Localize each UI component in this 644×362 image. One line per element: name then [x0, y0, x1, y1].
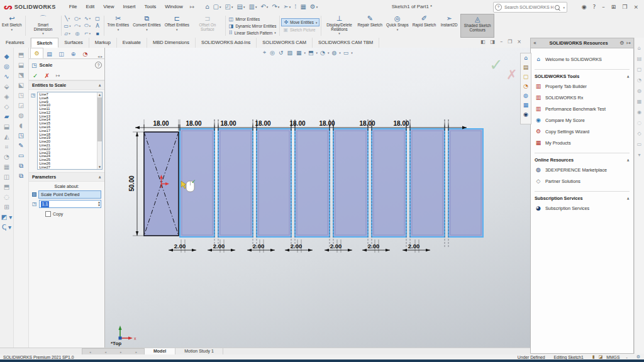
edge-forum-icon[interactable]: ◉ — [637, 107, 641, 118]
home-icon[interactable]: ⌂ — [203, 1, 211, 13]
menu-file[interactable]: File — [65, 0, 82, 14]
freeform-icon[interactable]: ↅ ▾ — [2, 222, 11, 233]
doc-restore-button[interactable]: ❐ — [505, 39, 514, 45]
copy-appearance-icon[interactable]: ⧉ — [19, 161, 23, 171]
compare-my-score-link[interactable]: ◉Compare My Score — [531, 114, 633, 126]
help-icon[interactable]: ? — [590, 4, 599, 10]
dropdown-arrow-icon[interactable]: ▾ — [69, 17, 70, 20]
paste-appearance-icon[interactable]: ⧉ — [19, 171, 23, 181]
traffic-light-icon[interactable]: ⁝ — [292, 1, 298, 13]
tab-nav-arrow-icon[interactable]: ▸ — [135, 350, 137, 354]
pm-pin-icon[interactable]: ↦ — [56, 73, 60, 79]
tab-sketch[interactable]: Sketch — [31, 38, 59, 48]
reference-geometry-icon[interactable]: ◳ — [18, 131, 24, 141]
ruled-surface-icon[interactable]: ⬒ — [4, 182, 9, 192]
dropdown-arrow-icon[interactable]: ▾ — [338, 32, 340, 35]
copy-settings-wizard-link[interactable]: ⚙Copy Settings Wizard — [531, 126, 633, 137]
lofted-boss-icon[interactable]: ⬕ — [18, 80, 24, 90]
dropdown-arrow-icon[interactable]: ▾ — [397, 28, 399, 31]
arc-icon[interactable]: ◠▾ — [73, 22, 82, 30]
subscription-services-link[interactable]: ◕Subscription Services — [531, 202, 633, 214]
boundary-surface-icon[interactable]: ◆ — [4, 52, 9, 62]
pm-ok-button[interactable]: ✓ — [33, 72, 38, 79]
parallelogram-icon[interactable]: ▱▾ — [63, 30, 72, 37]
revolved-cut-icon[interactable]: ◲ — [18, 101, 24, 111]
task-pane-gear-icon[interactable]: ⚙ — [619, 40, 624, 46]
line-icon[interactable]: ╲▾ — [63, 14, 72, 22]
dropdown-arrow-icon[interactable]: ▾ — [231, 1, 233, 13]
surface-flatten-icon[interactable]: ◩ ▾ — [1, 212, 13, 222]
undo-icon[interactable]: ↶▾ — [258, 1, 270, 13]
offset-surface-icon[interactable]: ◫ — [4, 172, 9, 182]
edge-resources-icon[interactable]: ⌂ — [638, 43, 641, 53]
repair-sketch-button[interactable]: ✎Repair Sketch — [355, 14, 384, 38]
doc-close-button[interactable]: × — [514, 39, 524, 45]
forum-icon[interactable]: ◉ — [523, 110, 528, 119]
sketch-canvas[interactable]: 18.0018.0018.0018.0018.0018.0018.0018.00… — [105, 48, 531, 348]
tab-solidworks-add-ins[interactable]: SOLIDWORKS Add-Ins — [196, 38, 257, 48]
dropdown-arrow-icon[interactable]: ▾ — [79, 25, 80, 28]
display-delete-relations-button[interactable]: ⊥Display/Delete Relations▾ — [323, 14, 355, 38]
entities-list-item[interactable]: Line27 — [40, 166, 97, 169]
dropdown-arrow-icon[interactable]: ▾ — [289, 1, 291, 13]
hole-wizard-icon[interactable]: ◍ — [18, 111, 24, 121]
text-icon[interactable]: A — [93, 22, 103, 30]
collapse-caret-icon[interactable]: ∧ — [98, 83, 101, 87]
mirror-entities-button[interactable]: ◫Mirror Entities — [227, 16, 279, 23]
scale-factor-field[interactable]: 1.1 ▲▼ — [39, 200, 101, 208]
scroll-thumb[interactable] — [97, 97, 102, 141]
dropdown-arrow-icon[interactable]: ▾ — [79, 17, 80, 20]
dropdown-arrow-icon[interactable]: ▾ — [69, 32, 70, 35]
circle-icon[interactable]: ○▾ — [73, 14, 82, 22]
dropdown-arrow-icon[interactable]: ▾ — [255, 1, 257, 13]
pm-help-icon[interactable]: ? — [95, 62, 102, 69]
scroll-down-icon[interactable]: ▼ — [97, 165, 102, 169]
file-explorer-icon[interactable]: ▢ — [523, 72, 529, 82]
dock-pane-left-icon[interactable]: ◧ — [478, 39, 488, 45]
perimeter-circle-icon[interactable]: ◎ — [73, 30, 82, 37]
search-icon[interactable] — [555, 5, 560, 10]
scroll-up-icon[interactable]: ▲ — [97, 92, 102, 97]
dropdown-arrow-icon[interactable]: ▾ — [243, 1, 245, 13]
dropdown-arrow-icon[interactable]: ▾ — [69, 25, 70, 28]
dropdown-arrow-icon[interactable]: ▾ — [11, 28, 13, 31]
delete-face-icon[interactable]: ◌ — [4, 192, 9, 202]
thicken-icon[interactable]: ▦ — [4, 162, 9, 172]
new-document-icon[interactable]: ▢▾ — [211, 1, 223, 13]
settings-gear-icon[interactable]: ⚙▾ — [308, 1, 319, 13]
doc-minimize-button[interactable]: – — [497, 39, 505, 45]
pm-tab-scroll-icons[interactable]: ◂ ▸ — [97, 54, 104, 58]
swept-boss-icon[interactable]: ⬔ — [18, 70, 24, 80]
tab-mbd-dimensions[interactable]: MBD Dimensions — [147, 38, 196, 48]
dropdown-arrow-icon[interactable]: ▾ — [89, 32, 91, 35]
edge-tags-icon[interactable]: ◇ — [637, 128, 641, 139]
dropdown-arrow-icon[interactable]: ▾ — [278, 1, 280, 13]
display-settings-icon[interactable]: ▭ — [18, 151, 24, 161]
spline-icon[interactable]: ∿▾ — [83, 14, 92, 22]
appearances-scenes-icon[interactable]: ◍ — [523, 91, 528, 101]
tile-button[interactable]: ⊞ — [608, 4, 619, 10]
tab-nav-arrow-icon[interactable]: ◂ — [89, 350, 91, 354]
my-products-link[interactable]: ▦My Products — [531, 137, 633, 148]
display-manager-tab[interactable]: ◫ — [55, 49, 67, 58]
login-icon[interactable]: ◉ — [579, 4, 590, 10]
close-button[interactable]: × — [630, 4, 641, 10]
open-icon[interactable]: ◰▾ — [223, 1, 235, 13]
collapse-caret-icon[interactable]: ∧ — [626, 74, 630, 79]
tab-evaluate[interactable]: Evaluate — [117, 38, 147, 48]
dynamic-mirror-entities-button[interactable]: ◨Dynamic Mirror Entities — [227, 23, 279, 30]
linear-sketch-pattern-button[interactable]: ⠿Linear Sketch Pattern▾ — [227, 30, 279, 36]
dropdown-arrow-icon[interactable]: ▾ — [89, 25, 91, 28]
performance-benchmark-test-link[interactable]: ▥Performance Benchmark Test — [531, 103, 633, 114]
ellipse-icon[interactable]: ⬭▾ — [83, 22, 92, 30]
slot-icon[interactable]: ▢ — [93, 14, 103, 22]
dock-pane-right-icon[interactable]: ◨ — [488, 39, 498, 45]
extruded-cut-icon[interactable]: ◳ — [18, 90, 24, 101]
smart-dimension-button[interactable]: ⌒Smart Dimension▾ — [27, 14, 60, 38]
loft-icon[interactable]: ⬙ — [4, 82, 9, 92]
menu-tools[interactable]: Tools — [140, 0, 161, 14]
save-icon[interactable]: ▤▾ — [235, 1, 247, 13]
trim-entities-button[interactable]: ✂Trim Entities▾ — [106, 14, 131, 38]
dropdown-arrow-icon[interactable]: ▾ — [219, 1, 221, 13]
exit-sketch-button[interactable]: ↩Exit Sketch▾ — [0, 14, 24, 38]
